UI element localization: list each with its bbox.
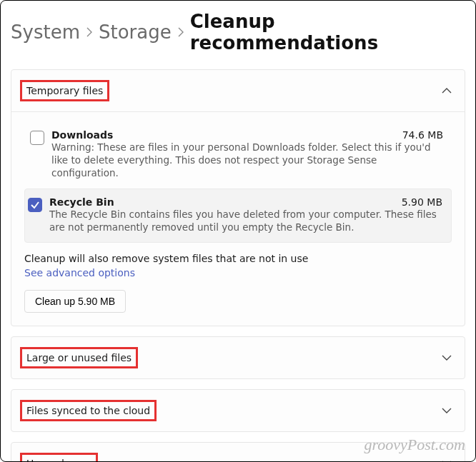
section-title: Unused apps [26,458,91,462]
section-header-large[interactable]: Large or unused files [11,337,465,378]
breadcrumb-system[interactable]: System [11,21,80,43]
item-size: 5.90 MB [402,196,442,208]
section-title: Temporary files [26,85,103,96]
section-header-temporary[interactable]: Temporary files [11,70,465,111]
item-title: Downloads [51,129,113,141]
checkbox-recycle-bin[interactable] [28,198,42,212]
cleanup-button[interactable]: Clean up 5.90 MB [24,290,126,313]
section-temporary-files: Temporary files Downloads 74.6 MB Warnin… [11,69,465,326]
advanced-options-link[interactable]: See advanced options [24,267,135,278]
breadcrumb: System Storage Cleanup recommendations [11,11,465,54]
page-title: Cleanup recommendations [190,11,465,54]
item-description: The Recycle Bin contains files you have … [49,208,442,233]
breadcrumb-storage[interactable]: Storage [99,21,172,43]
chevron-right-icon [86,27,93,37]
section-title: Large or unused files [26,352,132,363]
section-body: Downloads 74.6 MB Warning: These are fil… [11,111,465,326]
section-header-unused[interactable]: Unused apps [11,443,465,462]
section-unused-apps: Unused apps [11,442,465,462]
chevron-down-icon [442,354,452,361]
cleanup-item-downloads: Downloads 74.6 MB Warning: These are fil… [24,122,452,189]
item-title: Recycle Bin [49,196,114,208]
chevron-down-icon [442,407,452,414]
section-title: Files synced to the cloud [26,405,150,416]
cleanup-note: Cleanup will also remove system files th… [24,253,452,264]
item-description: Warning: These are files in your persona… [51,141,443,180]
chevron-right-icon [177,27,184,37]
checkbox-downloads[interactable] [30,131,44,145]
section-header-synced[interactable]: Files synced to the cloud [11,390,465,431]
chevron-up-icon [442,87,452,94]
section-files-synced-cloud: Files synced to the cloud [11,389,465,432]
section-large-unused-files: Large or unused files [11,336,465,379]
cleanup-item-recycle-bin: Recycle Bin 5.90 MB The Recycle Bin cont… [24,189,452,243]
item-size: 74.6 MB [402,129,443,141]
divider [11,111,465,112]
